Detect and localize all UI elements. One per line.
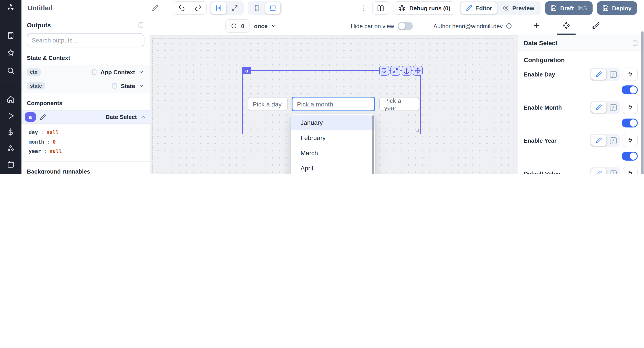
- home-icon[interactable]: [7, 95, 15, 103]
- outputs-panel: Outputs Search outputs... State & Contex…: [22, 16, 150, 174]
- fx-mode-button[interactable]: ƒ: [608, 168, 618, 174]
- dropdown-scrollbar[interactable]: [372, 116, 374, 174]
- setting-enable-year: Enable Year ƒ: [524, 134, 638, 160]
- static-mode-pencil-button[interactable]: [591, 168, 606, 174]
- ctx-row[interactable]: ctx App Context: [22, 65, 150, 79]
- expand-canvas-button[interactable]: [227, 2, 242, 14]
- tab-preview[interactable]: Preview: [498, 2, 539, 14]
- anchor-handle-icon[interactable]: [402, 66, 412, 76]
- canvas-toolbar: 0 once Hide bar on view Author henri@win…: [150, 16, 518, 36]
- component-settings-panel: Date Select Configuration Enable Day ƒ: [518, 16, 644, 174]
- ctx-chevron-down-icon[interactable]: [138, 69, 144, 75]
- more-options-kebab-icon[interactable]: [360, 4, 367, 12]
- topbar: Untitled: [22, 0, 644, 16]
- resources-cubes-icon[interactable]: [7, 144, 15, 152]
- tab-component-settings-icon[interactable]: [557, 16, 576, 35]
- app-canvas[interactable]: a Pick a day: [150, 36, 518, 174]
- enable-day-toggle-on[interactable]: [622, 86, 638, 94]
- search-outputs-input[interactable]: Search outputs...: [27, 33, 144, 48]
- desktop-view-button[interactable]: [265, 2, 280, 14]
- settings-doc-icon[interactable]: [632, 39, 639, 46]
- fx-mode-button[interactable]: ƒ: [608, 69, 618, 80]
- author-info-icon[interactable]: [506, 23, 512, 29]
- sidebar-divider: [0, 81, 22, 82]
- state-chevron-down-icon[interactable]: [138, 83, 144, 89]
- input-mode-group: ƒ: [590, 134, 620, 147]
- tab-editor[interactable]: Editor: [461, 2, 497, 14]
- connect-plug-button[interactable]: [622, 68, 638, 81]
- pick-year-select[interactable]: Pick a year: [379, 97, 419, 111]
- setting-label: Enable Year: [524, 137, 556, 144]
- connect-plug-button[interactable]: [622, 134, 638, 147]
- search-icon[interactable]: [7, 67, 15, 75]
- deploy-button[interactable]: Deploy: [597, 1, 637, 15]
- debug-runs-button[interactable]: Debug runs (0): [394, 1, 455, 15]
- enable-year-toggle-on[interactable]: [622, 152, 638, 160]
- docs-book-button[interactable]: [372, 1, 389, 15]
- undo-redo-group: [173, 1, 206, 15]
- windmill-logo-icon[interactable]: [6, 3, 15, 12]
- setting-label: Default Value: [524, 170, 560, 174]
- runs-play-icon[interactable]: [7, 112, 15, 120]
- month-option[interactable]: February: [291, 130, 375, 145]
- move-handle-icon[interactable]: [413, 66, 422, 76]
- search-outputs-placeholder: Search outputs...: [32, 37, 77, 44]
- component-chevron-up-icon[interactable]: [140, 114, 146, 120]
- tab-styling-brush-icon[interactable]: [586, 16, 605, 35]
- static-mode-pencil-button[interactable]: [591, 135, 606, 146]
- debug-runs-label: Debug runs (0): [409, 5, 450, 12]
- output-line-day[interactable]: day:null: [28, 128, 144, 137]
- preview-view-icon: [503, 5, 509, 11]
- ctx-doc-icon[interactable]: [91, 69, 97, 75]
- undo-button[interactable]: [173, 2, 190, 14]
- draft-button[interactable]: Draft ⌘S: [545, 1, 592, 15]
- state-doc-icon[interactable]: [111, 83, 118, 89]
- topbar-right-cluster: Debug runs (0) Editor Preview: [360, 0, 637, 16]
- hide-bar-label: Hide bar on view: [351, 22, 394, 29]
- schedules-calendar-icon[interactable]: [7, 160, 15, 169]
- run-policy-dropdown[interactable]: once: [254, 19, 277, 33]
- output-line-month[interactable]: month:0: [28, 137, 144, 147]
- outputs-doc-icon[interactable]: [137, 22, 144, 29]
- rename-pencil-icon[interactable]: [152, 5, 158, 11]
- resize-grip-icon[interactable]: [416, 129, 419, 132]
- state-row[interactable]: state State: [22, 79, 150, 92]
- fill-height-handle-icon[interactable]: [379, 66, 389, 76]
- input-mode-group: ƒ: [590, 167, 620, 174]
- component-outputs-list: day:null month:0 year:null: [22, 124, 150, 162]
- tab-insert-plus-icon[interactable]: [527, 16, 546, 35]
- workspace-icon[interactable]: [7, 31, 15, 39]
- mobile-view-button[interactable]: [249, 2, 264, 14]
- month-option[interactable]: March: [291, 145, 375, 160]
- editor-pencil-icon: [466, 5, 472, 11]
- fx-mode-button[interactable]: ƒ: [608, 135, 618, 146]
- pick-day-select[interactable]: Pick a day: [248, 97, 288, 111]
- date-select-inputs: Pick a day Pick a month Pick a year: [248, 96, 419, 112]
- favorites-star-icon[interactable]: [7, 49, 15, 57]
- component-rename-pencil-icon[interactable]: [40, 114, 46, 120]
- hide-bar-toggle[interactable]: [398, 22, 413, 30]
- enable-month-toggle-on[interactable]: [622, 118, 638, 128]
- variables-dollar-icon[interactable]: [7, 128, 15, 136]
- settings-scrollbar[interactable]: [641, 31, 644, 174]
- state-badge: state: [27, 82, 45, 90]
- month-option[interactable]: January: [291, 115, 375, 130]
- static-mode-pencil-button[interactable]: [591, 102, 606, 113]
- preview-label: Preview: [512, 5, 534, 12]
- author-label: Author henri@windmill.dev: [433, 22, 503, 29]
- static-mode-pencil-button[interactable]: [591, 69, 606, 80]
- refresh-count-button[interactable]: 0: [226, 19, 250, 33]
- run-policy-value: once: [254, 22, 268, 29]
- component-row-date-select[interactable]: a Date Select: [22, 110, 150, 124]
- deploy-label: Deploy: [612, 5, 632, 12]
- output-line-year[interactable]: year:null: [28, 147, 144, 156]
- expand-handle-icon[interactable]: [390, 66, 400, 76]
- center-content-button[interactable]: [211, 2, 226, 14]
- redo-button[interactable]: [190, 2, 206, 14]
- pick-month-select-focused[interactable]: Pick a month: [292, 96, 375, 112]
- connect-plug-button[interactable]: [622, 167, 638, 174]
- month-option[interactable]: April: [291, 160, 375, 174]
- connect-plug-button[interactable]: [622, 101, 638, 114]
- component-id-badge: a: [25, 112, 36, 122]
- fx-mode-button[interactable]: ƒ: [608, 102, 618, 113]
